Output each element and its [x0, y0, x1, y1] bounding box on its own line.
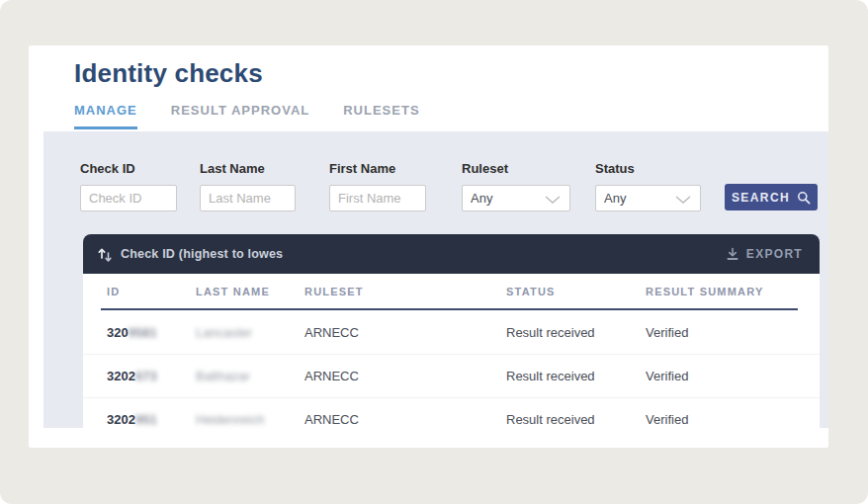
column-header-ruleset: RULESET	[304, 286, 506, 297]
sort-control[interactable]: Check ID (highest to lowes	[97, 246, 283, 263]
redacted-text: 951	[135, 412, 157, 427]
chevron-down-icon	[545, 196, 561, 204]
filter-panel: Check ID Last Name First Name Ruleset An…	[43, 131, 828, 428]
first-name-input[interactable]	[329, 185, 426, 211]
last-name-field-group: Last Name	[200, 161, 296, 211]
status-label: Status	[595, 161, 701, 176]
last-name-cell: Heidenreich	[196, 412, 304, 427]
last-name-input[interactable]	[200, 185, 296, 211]
check-id-input[interactable]	[80, 185, 177, 211]
ruleset-cell: ARNECC	[304, 369, 506, 383]
status-cell: Result received	[506, 412, 646, 427]
result-summary-cell: Verified	[646, 325, 820, 340]
first-name-label: First Name	[329, 161, 426, 176]
status-field-group: Status Any	[595, 161, 701, 211]
last-name-cell: Lancaster	[196, 325, 304, 340]
ruleset-cell: ARNECC	[304, 412, 506, 427]
export-button[interactable]: EXPORT	[726, 247, 803, 261]
results-table-section: Check ID (highest to lowes EXPORT ID	[83, 234, 820, 443]
ruleset-label: Ruleset	[462, 161, 570, 176]
result-summary-cell: Verified	[646, 369, 820, 383]
search-icon	[797, 191, 811, 205]
redacted-text: 9581	[129, 325, 157, 340]
screenshot-frame: Identity checks MANAGE RESULT APPROVAL R…	[0, 0, 868, 504]
column-header-status: STATUS	[506, 286, 646, 297]
results-table: ID LAST NAME RULESET STATUS RESULT SUMMA…	[83, 274, 820, 443]
ruleset-cell: ARNECC	[304, 325, 506, 340]
result-summary-cell: Verified	[646, 412, 820, 427]
tab-manage[interactable]: MANAGE	[74, 103, 137, 129]
table-row[interactable]: 3202951 Heidenreich ARNECC Result receiv…	[83, 397, 820, 441]
page-title: Identity checks	[74, 58, 263, 89]
check-id-field-group: Check ID	[80, 161, 177, 211]
first-name-field-group: First Name	[329, 161, 426, 211]
check-id-cell: 3202673	[107, 369, 196, 383]
status-select[interactable]: Any	[595, 185, 701, 211]
column-header-result-summary: RESULT SUMMARY	[646, 286, 820, 297]
search-button[interactable]: SEARCH	[725, 184, 818, 210]
last-name-cell: Balthazar	[196, 369, 304, 383]
redacted-text: 673	[135, 369, 157, 383]
status-cell: Result received	[506, 325, 646, 340]
search-button-label: SEARCH	[732, 191, 790, 205]
tab-result-approval[interactable]: RESULT APPROVAL	[171, 103, 309, 129]
table-row[interactable]: 3209581 Lancaster ARNECC Result received…	[83, 310, 820, 354]
tab-bar: MANAGE RESULT APPROVAL RULESETS	[74, 103, 420, 129]
column-header-id: ID	[107, 286, 196, 297]
table-toolbar: Check ID (highest to lowes EXPORT	[83, 234, 820, 274]
chevron-down-icon	[675, 196, 691, 204]
table-header-row: ID LAST NAME RULESET STATUS RESULT SUMMA…	[83, 274, 820, 308]
export-label: EXPORT	[746, 247, 803, 261]
check-id-cell: 3209581	[107, 325, 196, 340]
identity-checks-card: Identity checks MANAGE RESULT APPROVAL R…	[29, 45, 828, 448]
redacted-text: Balthazar	[196, 369, 250, 383]
sort-arrows-icon	[97, 246, 114, 263]
check-id-cell: 3202951	[107, 412, 196, 427]
ruleset-field-group: Ruleset Any	[462, 161, 570, 211]
last-name-label: Last Name	[200, 161, 296, 176]
check-id-label: Check ID	[80, 161, 177, 176]
table-header-divider	[101, 308, 798, 310]
table-row[interactable]: 3202673 Balthazar ARNECC Result received…	[83, 354, 820, 397]
status-selected-value: Any	[604, 191, 626, 206]
redacted-text: Heidenreich	[196, 412, 264, 427]
sort-label: Check ID (highest to lowes	[121, 247, 283, 261]
redacted-text: Lancaster	[196, 325, 252, 340]
status-cell: Result received	[506, 369, 646, 383]
ruleset-select[interactable]: Any	[462, 185, 570, 211]
download-icon	[726, 247, 739, 261]
ruleset-selected-value: Any	[471, 191, 492, 206]
tab-rulesets[interactable]: RULESETS	[343, 103, 419, 129]
column-header-last-name: LAST NAME	[196, 286, 304, 297]
